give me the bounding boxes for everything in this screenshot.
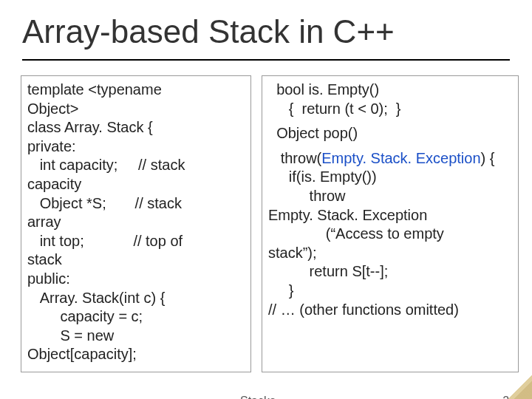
code-line: return S[t--]; [268,262,512,282]
code-line: class Array. Stack { [27,118,245,137]
code-right: bool is. Empty() { return (t < 0); } Obj… [262,75,519,372]
page-fold-icon [508,375,532,399]
code-line: throw [268,187,512,206]
code-line: if(is. Empty()) [268,168,512,187]
exception-type: Empty. Stack. Exception [321,150,480,166]
code-line: throw(Empty. Stack. Exception) { [268,149,512,168]
code-line: stack [27,250,245,270]
code-line: (“Access to empty [268,225,512,244]
code-left: template <typename Object> class Array. … [21,75,251,372]
footer-label: Stacks [240,395,276,399]
code-line: { return (t < 0); } [268,100,512,119]
content-area: template <typename Object> class Array. … [0,61,532,372]
code-line: Array. Stack(int c) { [27,289,245,308]
spacer [268,118,512,124]
code-line: int top; // top of [27,232,245,251]
code-line: capacity [27,175,245,194]
code-line: // … (other functions omitted) [268,301,512,320]
code-line: Object> [27,100,245,119]
code-line: public: [27,270,245,289]
code-line: Object[capacity]; [27,345,245,364]
code-line: Object *S; // stack [27,194,245,214]
code-line: Empty. Stack. Exception [268,206,512,225]
spacer [268,143,512,149]
code-line: template <typename [27,81,245,100]
code-line: private: [27,137,245,157]
code-line: S = new [27,327,245,346]
code-line: stack”); [268,244,512,263]
code-line: capacity = c; [27,307,245,327]
code-line: Object pop() [268,124,512,143]
code-line: } [268,282,512,301]
code-line: int capacity; // stack [27,156,245,175]
code-line: array [27,213,245,232]
slide-title: Array-based Stack in C++ [0,0,532,50]
code-line: bool is. Empty() [268,81,512,100]
